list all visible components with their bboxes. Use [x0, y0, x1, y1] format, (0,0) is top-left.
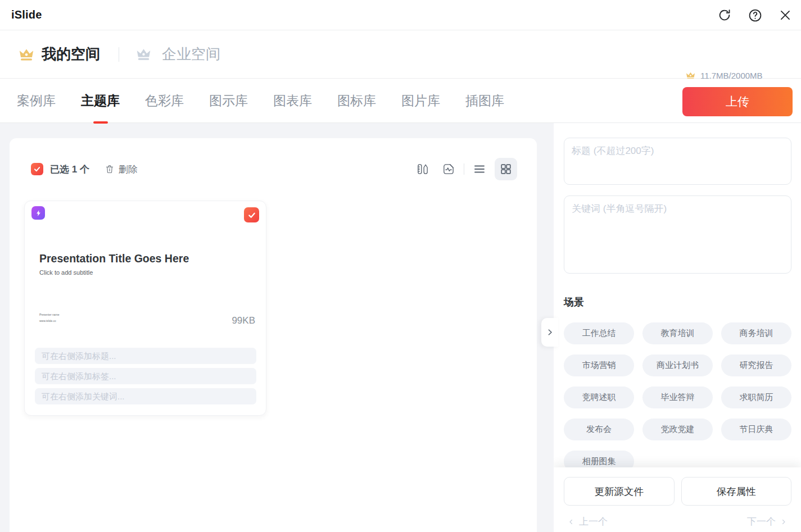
- my-space-tab[interactable]: 我的空间: [42, 44, 100, 64]
- tab-picture-library[interactable]: 图片库: [401, 79, 440, 122]
- chevron-right-icon: [780, 517, 787, 526]
- space-divider: [119, 47, 119, 62]
- chevron-right-icon: [545, 328, 555, 337]
- tab-diagram-library[interactable]: 图示库: [209, 79, 248, 122]
- prev-item-button[interactable]: 上一个: [568, 515, 608, 528]
- slide-website-text: www.islide.cc: [39, 319, 56, 322]
- update-source-button[interactable]: 更新源文件: [564, 477, 675, 506]
- help-icon[interactable]: [747, 7, 763, 23]
- grid-view-icon: [499, 162, 513, 176]
- file-size-badge: 99KB: [232, 315, 255, 326]
- toolbar-divider: [464, 163, 464, 175]
- card-meta-placeholders: 可在右侧添加标题... 可在右侧添加标签... 可在右侧添加关键词...: [35, 348, 256, 408]
- add-keyword-placeholder: 可在右侧添加关键词...: [35, 388, 256, 404]
- save-properties-button[interactable]: 保存属性: [681, 477, 792, 506]
- crown-gold-icon: [17, 45, 36, 64]
- panel-collapse-handle[interactable]: [541, 318, 558, 347]
- upload-button[interactable]: 上传: [682, 87, 793, 116]
- islide-window: iSlide: [0, 0, 801, 532]
- scene-tag-festival[interactable]: 节日庆典: [721, 419, 791, 440]
- scene-tag-thesis-defense[interactable]: 毕业答辩: [642, 387, 713, 408]
- refresh-icon[interactable]: [717, 7, 732, 23]
- scene-tag-work-summary[interactable]: 工作总结: [564, 322, 634, 344]
- selected-count-text: 已选 1 个: [50, 163, 89, 176]
- grid-view-button[interactable]: [495, 158, 517, 180]
- properties-panel: 场景 工作总结 教育培训 商务培训 市场营销 商业计划书 研究报告 竞聘述职 毕…: [554, 123, 801, 532]
- add-title-placeholder: 可在右侧添加标题...: [35, 348, 256, 364]
- tab-illustration-library[interactable]: 插图库: [465, 79, 504, 122]
- next-item-button[interactable]: 下一个: [747, 515, 787, 528]
- next-label: 下一个: [747, 515, 776, 528]
- footer-buttons: 更新源文件 保存属性: [554, 467, 801, 506]
- app-title: iSlide: [11, 8, 42, 21]
- slide-presenter-text: Presenter name: [39, 313, 60, 316]
- card-checkbox[interactable]: [244, 207, 259, 222]
- scene-tag-research-report[interactable]: 研究报告: [721, 354, 791, 376]
- pager-nav: 上一个 下一个: [554, 515, 801, 528]
- tab-color-library[interactable]: 色彩库: [145, 79, 184, 122]
- selection-controls: 已选 1 个 删除: [31, 163, 138, 176]
- ruler-pen-icon[interactable]: [416, 162, 429, 176]
- tab-theme-library[interactable]: 主题库: [81, 79, 120, 122]
- window-titlebar: iSlide: [0, 0, 801, 30]
- slide-subtitle: Click to add subtitle: [39, 269, 93, 276]
- scene-tag-press-conference[interactable]: 发布会: [564, 419, 634, 440]
- delete-button[interactable]: 删除: [119, 163, 138, 176]
- tab-icon-library[interactable]: 图标库: [337, 79, 376, 122]
- scene-tag-party-building[interactable]: 党政党建: [642, 419, 713, 440]
- titlebar-icons: [717, 0, 793, 30]
- lightning-badge: [31, 206, 45, 220]
- enterprise-space-tab[interactable]: 企业空间: [162, 44, 220, 64]
- scene-tag-job-competition[interactable]: 竞聘述职: [564, 387, 634, 408]
- properties-form: 场景 工作总结 教育培训 商务培训 市场营销 商业计划书 研究报告 竞聘述职 毕…: [554, 138, 801, 472]
- scene-tag-business-training[interactable]: 商务培训: [721, 322, 791, 344]
- chevron-left-icon: [568, 517, 574, 526]
- trash-icon[interactable]: [105, 163, 115, 175]
- title-input[interactable]: [564, 138, 791, 185]
- scene-tag-education[interactable]: 教育培训: [642, 322, 713, 344]
- view-controls: [416, 158, 517, 180]
- tab-chart-library[interactable]: 图表库: [273, 79, 312, 122]
- scene-tag-resume[interactable]: 求职简历: [721, 387, 791, 408]
- slide-title: Presentation Title Goes Here: [39, 252, 189, 265]
- scene-tag-list: 工作总结 教育培训 商务培训 市场营销 商业计划书 研究报告 竞聘述职 毕业答辩…: [564, 322, 791, 472]
- selection-toolbar: 已选 1 个 删除: [31, 158, 517, 180]
- tab-case-library[interactable]: 案例库: [17, 79, 56, 122]
- properties-footer: 更新源文件 保存属性 上一个 下一个: [554, 467, 801, 532]
- scene-section-label: 场景: [564, 295, 791, 309]
- content-panel: 已选 1 个 删除: [10, 138, 537, 532]
- list-view-icon[interactable]: [473, 162, 486, 176]
- scene-tag-business-plan[interactable]: 商业计划书: [642, 354, 713, 376]
- select-all-checkbox[interactable]: [31, 163, 43, 175]
- keywords-input[interactable]: [564, 195, 791, 274]
- add-tag-placeholder: 可在右侧添加标签...: [35, 368, 256, 384]
- prev-label: 上一个: [579, 515, 608, 528]
- close-icon[interactable]: [777, 7, 793, 23]
- library-tabbar: 案例库 主题库 色彩库 图示库 图表库 图标库 图片库 插图库 上传: [0, 79, 801, 123]
- space-header: 我的空间 企业空间 11.7MB/2000MB: [0, 30, 801, 79]
- theme-card[interactable]: Presentation Title Goes Here Click to ad…: [24, 201, 266, 416]
- scene-tag-marketing[interactable]: 市场营销: [564, 354, 634, 376]
- library-tabs: 案例库 主题库 色彩库 图示库 图表库 图标库 图片库 插图库: [17, 79, 504, 122]
- crown-gray-icon: [134, 45, 153, 63]
- doc-pulse-icon[interactable]: [442, 162, 455, 176]
- space-switcher: 我的空间 企业空间: [17, 30, 220, 78]
